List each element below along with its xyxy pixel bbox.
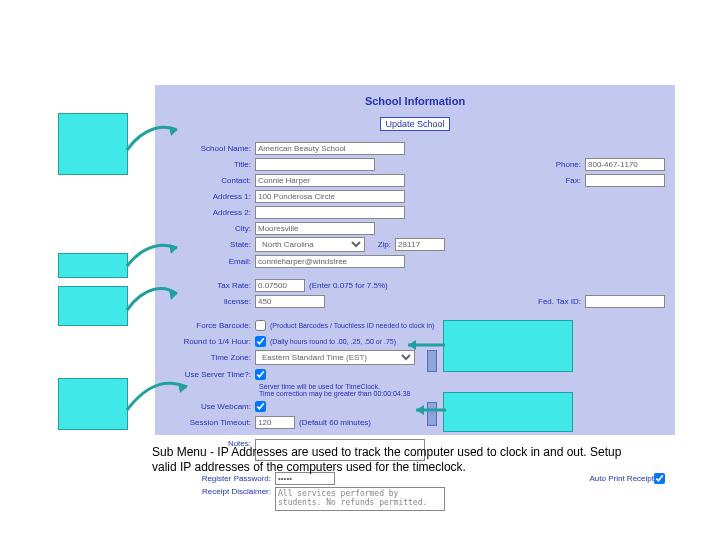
label-receipt-disclaimer: Receipt Disclaimer: xyxy=(165,487,275,496)
round-quarter-checkbox[interactable] xyxy=(255,336,266,347)
arrow-icon xyxy=(125,375,195,420)
zip-input[interactable] xyxy=(395,238,445,251)
label-address1: Address 1: xyxy=(165,192,255,201)
fed-tax-input[interactable] xyxy=(585,295,665,308)
hint-round-quarter: (Daily hours round to .00, .25, .50 or .… xyxy=(270,338,396,345)
phone-input[interactable] xyxy=(585,158,665,171)
arrow-icon xyxy=(408,400,450,420)
callout-box-1 xyxy=(58,113,128,175)
receipt-disclaimer-textarea[interactable]: All services performed by students. No r… xyxy=(275,487,445,511)
label-round-quarter: Round to 1/4 Hour: xyxy=(165,337,255,346)
session-timeout-input[interactable] xyxy=(255,416,295,429)
state-select[interactable]: North Carolina xyxy=(255,237,365,252)
school-info-panel: School Information Update School School … xyxy=(155,85,675,435)
address2-input[interactable] xyxy=(255,206,405,219)
email-input[interactable] xyxy=(255,255,405,268)
label-fed-tax: Fed. Tax ID: xyxy=(525,297,585,306)
svg-marker-5 xyxy=(416,405,424,415)
hint-force-barcode: (Product Barcodes / Touchless ID needed … xyxy=(270,322,434,329)
time-zone-select[interactable]: Eastern Standard Time (EST) xyxy=(255,350,415,365)
arrow-icon xyxy=(400,335,450,355)
hint-session-timeout: (Default 60 minutes) xyxy=(299,418,371,427)
hint-server-time: Server time will be used for TimeClock. … xyxy=(259,383,411,397)
label-contact: Contact: xyxy=(165,176,255,185)
label-zip: Zip: xyxy=(365,240,395,249)
arrow-icon xyxy=(125,280,185,320)
force-barcode-checkbox[interactable] xyxy=(255,320,266,331)
title-input[interactable] xyxy=(255,158,375,171)
contact-input[interactable] xyxy=(255,174,405,187)
label-time-zone: Time Zone: xyxy=(165,353,255,362)
panel-heading: School Information xyxy=(155,85,675,107)
label-phone: Phone: xyxy=(545,160,585,169)
webcam-checkbox[interactable] xyxy=(255,401,266,412)
license-input[interactable] xyxy=(255,295,325,308)
hint-tax-rate: (Enter 0.075 for 7.5%) xyxy=(309,281,388,290)
callout-box-5 xyxy=(443,320,573,372)
auto-print-checkbox[interactable] xyxy=(654,473,665,484)
callout-box-6 xyxy=(443,392,573,432)
school-name-input[interactable] xyxy=(255,142,405,155)
arrow-icon xyxy=(125,120,185,160)
callout-box-2 xyxy=(58,253,128,278)
label-city: City: xyxy=(165,224,255,233)
caption-text: Sub Menu - IP Addresses are used to trac… xyxy=(152,445,642,475)
city-input[interactable] xyxy=(255,222,375,235)
label-address2: Address 2: xyxy=(165,208,255,217)
label-force-barcode: Force Barcode: xyxy=(165,321,255,330)
server-time-checkbox[interactable] xyxy=(255,369,266,380)
address1-input[interactable] xyxy=(255,190,405,203)
fax-input[interactable] xyxy=(585,174,665,187)
label-fax: Fax: xyxy=(545,176,585,185)
callout-box-3 xyxy=(58,286,128,326)
callout-box-4 xyxy=(58,378,128,430)
label-title: Title: xyxy=(165,160,255,169)
svg-marker-4 xyxy=(408,340,416,350)
update-school-button[interactable]: Update School xyxy=(380,117,449,131)
tax-rate-input[interactable] xyxy=(255,279,305,292)
arrow-icon xyxy=(125,238,185,273)
